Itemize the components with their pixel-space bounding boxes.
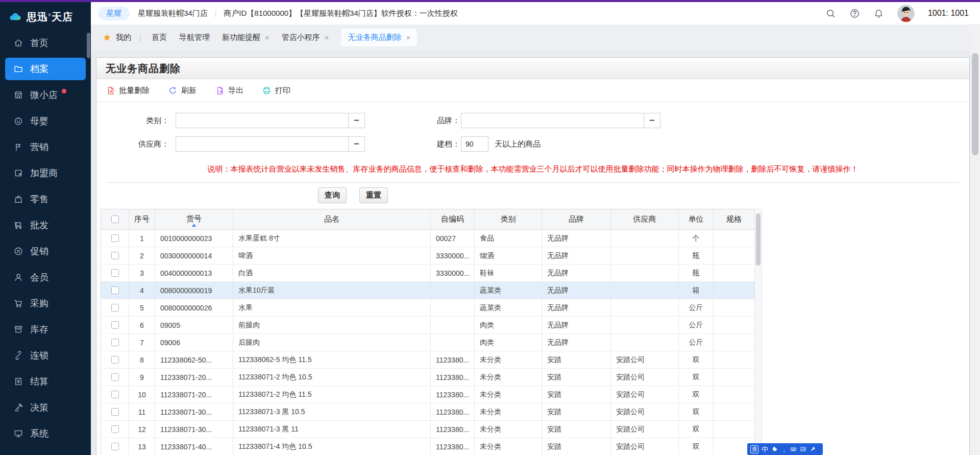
table-row[interactable]: 10010000000023水果蛋糕 8寸00027食品无品牌个 xyxy=(101,230,755,247)
category-more-button[interactable]: ••• xyxy=(349,113,365,128)
row-checkbox[interactable] xyxy=(111,252,119,259)
brand-input[interactable] xyxy=(461,113,644,128)
row-checkbox[interactable] xyxy=(111,339,119,346)
row-checkbox[interactable] xyxy=(111,356,119,364)
reset-button[interactable]: 重置 xyxy=(359,187,388,203)
row-checkbox[interactable] xyxy=(111,391,119,398)
toolbox-icon[interactable] xyxy=(810,446,816,452)
bell-icon[interactable] xyxy=(873,8,884,19)
tab-管店小程序[interactable]: 管店小程序× xyxy=(282,33,329,42)
row-checkbox[interactable] xyxy=(111,425,119,433)
toolbar-button-批量删除[interactable]: 批量删除 xyxy=(106,86,150,95)
tab-close-icon[interactable]: × xyxy=(325,33,329,42)
row-checkbox[interactable] xyxy=(111,286,119,294)
punctuation-icon[interactable]: ， xyxy=(781,446,787,452)
moon-icon[interactable] xyxy=(771,446,778,452)
page-scrollbar-track[interactable] xyxy=(970,24,980,455)
sidebar-item-系统[interactable]: 系统 xyxy=(5,422,86,445)
sidebar-item-档案[interactable]: 档案 xyxy=(5,58,86,80)
row-checkbox[interactable] xyxy=(111,321,119,329)
sidebar-item-库存[interactable]: 库存 xyxy=(5,318,86,341)
sidebar-scrollbar-thumb[interactable] xyxy=(87,33,90,58)
table-row[interactable]: 709006后腿肉肉类无品牌公斤 xyxy=(101,334,755,351)
table-row[interactable]: 20030000000014啤酒3330000...烟酒无品牌瓶 xyxy=(101,247,755,265)
sidebar-item-零售[interactable]: 零售 xyxy=(5,188,86,210)
table-scrollbar-thumb[interactable] xyxy=(756,213,761,266)
column-header-供应商[interactable]: 供应商 xyxy=(611,209,679,230)
tab-close-icon[interactable]: × xyxy=(265,33,270,42)
table-row[interactable]: 50080000000026水果蔬菜类无品牌公斤 xyxy=(101,299,755,317)
row-checkbox[interactable] xyxy=(111,269,119,277)
keyboard-icon[interactable] xyxy=(790,446,797,452)
star-icon[interactable] xyxy=(102,33,112,42)
column-header-类别[interactable]: 类别 xyxy=(475,209,542,230)
category-input[interactable] xyxy=(176,113,349,128)
tab-my[interactable]: 我的 xyxy=(116,33,131,42)
column-header-规格[interactable]: 规格 xyxy=(714,209,755,230)
brand-more-button[interactable]: ••• xyxy=(644,113,660,128)
cell-品牌: 安踏 xyxy=(542,369,611,386)
tab-新功能提醒[interactable]: 新功能提醒× xyxy=(222,33,270,42)
days-input[interactable] xyxy=(461,136,488,152)
user-id[interactable]: 1001: 1001 xyxy=(928,9,969,18)
help-icon[interactable] xyxy=(849,8,860,19)
table-row[interactable]: 10112338071-20...112338071-2 均色 11.51123… xyxy=(101,386,755,403)
sidebar-item-连锁[interactable]: 连锁 xyxy=(5,344,86,367)
search-icon[interactable] xyxy=(825,8,836,19)
column-header-自编码[interactable]: 自编码 xyxy=(431,209,475,230)
row-checkbox[interactable] xyxy=(111,443,119,450)
sidebar-item-营销[interactable]: 营销 xyxy=(5,136,86,158)
chinese-mode-icon[interactable]: 中 xyxy=(762,446,768,452)
table-row[interactable]: 609005前腿肉肉类无品牌公斤 xyxy=(101,317,755,334)
row-checkbox[interactable] xyxy=(111,408,119,416)
row-checkbox[interactable] xyxy=(111,234,119,242)
sidebar-item-促销[interactable]: 促销 xyxy=(5,240,86,262)
screenshot-icon[interactable] xyxy=(800,446,806,452)
sogou-logo-icon[interactable]: 搜 xyxy=(750,445,758,453)
sidebar-item-母婴[interactable]: 母婴 xyxy=(5,110,86,132)
avatar[interactable] xyxy=(897,5,915,22)
brand-name: 思迅®天店 xyxy=(27,10,73,24)
tab-close-icon[interactable]: × xyxy=(406,33,410,42)
sidebar-item-会员[interactable]: 会员 xyxy=(5,266,86,289)
cell-规格 xyxy=(714,265,755,282)
store-badge[interactable]: 星耀 xyxy=(98,7,130,20)
table-row[interactable]: 9112338071-20...112338071-2 均色 10.511233… xyxy=(101,369,755,386)
sidebar-item-加盟商[interactable]: 加盟商 xyxy=(5,162,86,184)
column-header-序号[interactable]: 序号 xyxy=(129,209,155,230)
table-row[interactable]: 13112338071-40...112338071-4 均色 10.51123… xyxy=(101,438,755,455)
table-row[interactable]: 40080000000019水果10斤装蔬菜类无品牌箱 xyxy=(101,282,755,299)
sidebar-item-结算[interactable]: 结算 xyxy=(5,370,86,393)
table-row[interactable]: 12112338071-30...112338071-3 黑 111123380… xyxy=(101,421,755,438)
cell-类别: 鞋袜 xyxy=(475,265,542,282)
table-row[interactable]: 8112338062-50...112338062-5 均色 11.511233… xyxy=(101,351,755,369)
column-header-单位[interactable]: 单位 xyxy=(679,209,714,230)
toolbar-button-label: 导出 xyxy=(228,86,243,95)
sidebar-item-采购[interactable]: 采购 xyxy=(5,292,86,315)
page-scrollbar-thumb[interactable] xyxy=(972,53,978,155)
sidebar-item-首页[interactable]: 首页 xyxy=(5,32,86,54)
supplier-input[interactable] xyxy=(176,136,349,152)
query-button[interactable]: 查询 xyxy=(318,187,347,203)
sidebar-item-决策[interactable]: 决策 xyxy=(5,396,86,419)
sidebar-item-应用[interactable]: 应用 xyxy=(5,448,86,455)
cell-单位: 双 xyxy=(679,386,714,403)
tab-首页[interactable]: 首页 xyxy=(152,33,167,42)
select-all-checkbox[interactable] xyxy=(111,215,119,223)
column-header-货号[interactable]: 货号 xyxy=(155,209,233,230)
toolbar-button-打印[interactable]: 打印 xyxy=(262,86,290,95)
column-header-品牌[interactable]: 品牌 xyxy=(542,209,611,230)
table-row[interactable]: 11112338071-30...112338071-3 黑 10.511233… xyxy=(101,403,755,421)
tab-导航管理[interactable]: 导航管理 xyxy=(179,33,210,42)
sidebar-item-批发[interactable]: 批发 xyxy=(5,214,86,236)
column-header-品名[interactable]: 品名 xyxy=(233,209,431,230)
sidebar-item-微小店[interactable]: 微小店 xyxy=(5,84,86,106)
toolbar-button-刷新[interactable]: 刷新 xyxy=(168,86,197,95)
table-scrollbar-track[interactable] xyxy=(754,209,762,455)
row-checkbox[interactable] xyxy=(111,373,119,381)
row-checkbox[interactable] xyxy=(111,304,119,312)
tab-无业务商品删除[interactable]: 无业务商品删除× xyxy=(341,29,417,46)
table-row[interactable]: 30040000000013白酒3330000...鞋袜无品牌瓶 xyxy=(101,265,755,282)
toolbar-button-导出[interactable]: 导出 xyxy=(215,86,243,95)
supplier-more-button[interactable]: ••• xyxy=(349,136,365,152)
